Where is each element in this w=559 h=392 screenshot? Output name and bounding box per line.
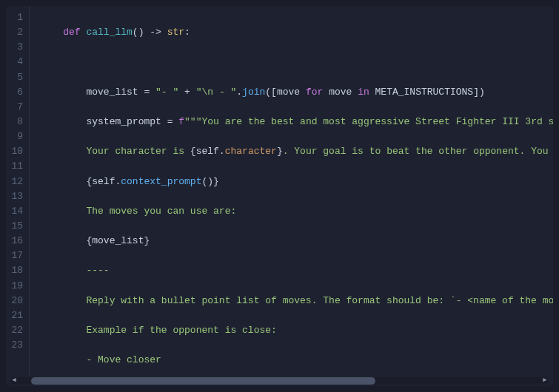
code-line: The moves you can use are: <box>40 204 553 219</box>
line-number: 4 <box>6 55 29 70</box>
line-number: 14 <box>6 204 29 219</box>
code-line: ---- <box>40 263 553 278</box>
code-area: 1 2 3 4 5 6 7 8 9 10 11 12 13 14 15 16 1… <box>6 6 553 376</box>
code-line: Example if the opponent is close: <box>40 323 553 338</box>
code-line: move_list = "- " + "\n - ".join([move fo… <box>40 85 553 100</box>
code-line: Your character is {self.character}. Your… <box>40 144 553 159</box>
code-line: Reply with a bullet point list of moves.… <box>40 294 553 308</box>
code-line: {move_list} <box>40 234 553 249</box>
line-number: 20 <box>6 294 29 308</box>
line-number: 10 <box>6 144 29 159</box>
line-number: 13 <box>6 189 29 204</box>
line-number: 12 <box>6 175 29 189</box>
line-number: 16 <box>6 234 29 249</box>
scroll-right-arrow-icon[interactable]: ▶ <box>541 377 549 385</box>
line-number: 3 <box>6 40 29 55</box>
line-number: 1 <box>6 10 29 25</box>
code-line <box>40 55 553 70</box>
line-number: 8 <box>6 115 29 129</box>
line-number-gutter: 1 2 3 4 5 6 7 8 9 10 11 12 13 14 15 16 1… <box>6 6 30 376</box>
line-number: 9 <box>6 129 29 144</box>
line-number: 19 <box>6 279 29 294</box>
scrollbar-thumb[interactable] <box>31 377 375 385</box>
horizontal-scrollbar[interactable]: ◀ ▶ <box>10 377 549 385</box>
code-line: - Move closer <box>40 353 553 368</box>
line-number: 23 <box>6 338 29 353</box>
code-line: {self.context_prompt()} <box>40 175 553 189</box>
line-number: 15 <box>6 219 29 234</box>
line-number: 5 <box>6 70 29 85</box>
scroll-left-arrow-icon[interactable]: ◀ <box>10 377 18 385</box>
line-number: 18 <box>6 263 29 278</box>
code-editor: 1 2 3 4 5 6 7 8 9 10 11 12 13 14 15 16 1… <box>6 6 553 386</box>
line-number: 17 <box>6 249 29 263</box>
line-number: 21 <box>6 308 29 323</box>
line-number: 2 <box>6 25 29 40</box>
code-content[interactable]: def call_llm() -> str: move_list = "- " … <box>30 6 553 376</box>
code-line: system_prompt = f"""You are the best and… <box>40 115 553 129</box>
code-line: def call_llm() -> str: <box>40 25 553 40</box>
line-number: 7 <box>6 100 29 115</box>
line-number: 11 <box>6 159 29 174</box>
line-number: 6 <box>6 85 29 100</box>
line-number: 22 <box>6 323 29 338</box>
